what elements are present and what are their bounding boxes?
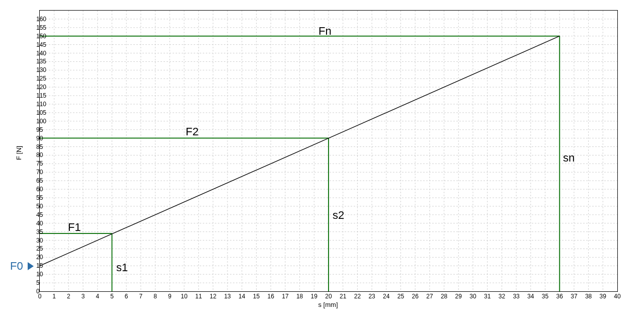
x-tick: 39	[600, 293, 606, 300]
x-tick: 12	[210, 293, 216, 300]
x-tick: 37	[571, 293, 577, 300]
x-tick: 7	[139, 293, 143, 300]
annotation-s2: s2	[333, 209, 344, 222]
x-tick: 35	[542, 293, 548, 300]
x-tick: 38	[585, 293, 592, 300]
x-tick: 36	[556, 293, 563, 300]
annotation-f2: F2	[186, 125, 199, 138]
x-tick: 21	[340, 293, 346, 300]
x-tick: 34	[527, 293, 534, 300]
x-tick: 11	[195, 293, 202, 300]
svg-line-77	[40, 36, 559, 266]
plot-area: Fn sn F2 s2 F1 s1	[39, 10, 618, 292]
x-tick: 14	[238, 293, 245, 300]
annotation-fn: Fn	[318, 25, 332, 38]
x-tick: 17	[282, 293, 288, 300]
x-tick: 13	[224, 293, 230, 300]
f0-marker-icon	[28, 262, 34, 270]
x-tick: 31	[484, 293, 491, 300]
y-axis-label: F [N]	[15, 146, 23, 160]
annotation-f1: F1	[68, 221, 81, 234]
x-tick: 15	[253, 293, 260, 300]
x-tick: 9	[168, 293, 172, 300]
x-tick: 26	[412, 293, 419, 300]
x-tick: 40	[614, 293, 620, 300]
x-tick: 32	[499, 293, 505, 300]
x-tick: 30	[469, 293, 476, 300]
annotation-f0: F0	[10, 260, 23, 273]
x-tick: 2	[67, 293, 70, 300]
x-tick: 19	[311, 293, 317, 300]
x-tick: 3	[82, 293, 85, 300]
x-tick: 1	[52, 293, 56, 300]
x-tick: 22	[354, 293, 361, 300]
x-tick: 25	[397, 293, 404, 300]
x-tick: 28	[441, 293, 447, 300]
x-tick: 10	[181, 293, 187, 300]
x-tick: 24	[383, 293, 389, 300]
x-tick: 6	[125, 293, 128, 300]
x-tick: 29	[455, 293, 462, 300]
x-tick: 8	[153, 293, 157, 300]
x-tick: 4	[96, 293, 99, 300]
x-tick: 27	[426, 293, 433, 300]
spring-force-chart: F [N] F0	[0, 0, 644, 319]
x-tick: 5	[110, 293, 114, 300]
annotation-s1: s1	[116, 261, 128, 274]
x-tick: 33	[513, 293, 519, 300]
x-tick: 18	[296, 293, 303, 300]
x-tick: 20	[325, 293, 332, 300]
chart-svg	[40, 11, 617, 291]
x-tick: 16	[268, 293, 274, 300]
x-axis-label: s [mm]	[318, 301, 338, 308]
x-tick: 23	[368, 293, 375, 300]
annotation-sn: sn	[563, 151, 575, 165]
